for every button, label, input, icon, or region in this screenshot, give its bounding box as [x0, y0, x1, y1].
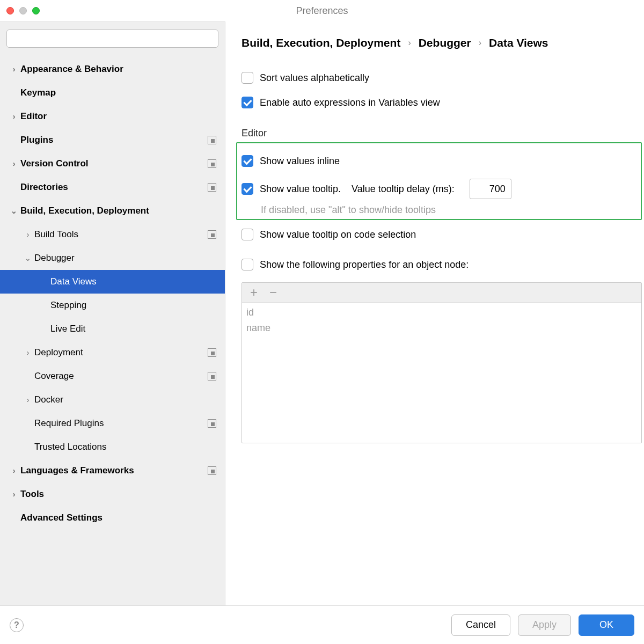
tree-label: Coverage — [34, 371, 208, 382]
property-item[interactable]: id — [246, 305, 637, 320]
chevron-right-icon: › — [8, 159, 20, 168]
tree-node[interactable]: ›Editor — [0, 105, 225, 128]
tree-node[interactable]: ›Docker — [0, 388, 225, 412]
tree-label: Tools — [20, 489, 216, 500]
tree-label: Editor — [20, 111, 216, 122]
tree-node[interactable]: Directories — [0, 175, 225, 199]
properties-toolbar: + − — [242, 283, 641, 303]
tree-label: Trusted Locations — [34, 442, 216, 452]
tree-node[interactable]: Coverage — [0, 364, 225, 388]
tree-label: Docker — [34, 394, 216, 405]
footer: ? Cancel Apply OK — [0, 605, 644, 644]
tree-label: Stepping — [50, 300, 216, 311]
chevron-down-icon: ⌄ — [21, 254, 34, 262]
checkbox[interactable] — [241, 183, 253, 195]
breadcrumb: Build, Execution, Deployment › Debugger … — [241, 36, 644, 49]
search-input[interactable] — [6, 30, 218, 48]
chevron-right-icon: › — [21, 396, 34, 404]
remove-icon[interactable]: − — [268, 286, 279, 299]
tooltip-hint: If disabled, use "alt" to show/hide tool… — [241, 204, 636, 216]
show-tooltip-row: Show value tooltip. Value tooltip delay … — [241, 179, 636, 199]
tree-label: Advanced Settings — [20, 513, 216, 523]
tree-label: Version Control — [20, 158, 208, 169]
tree-label: Build, Execution, Deployment — [20, 206, 216, 216]
chevron-right-icon: › — [8, 466, 20, 475]
zoom-icon[interactable] — [32, 7, 40, 14]
tooltip-selection-row[interactable]: Show value tooltip on code selection — [241, 225, 644, 244]
breadcrumb-item: Data Views — [489, 36, 548, 49]
breadcrumb-item[interactable]: Build, Execution, Deployment — [241, 36, 400, 49]
object-props-row[interactable]: Show the following properties for an obj… — [241, 255, 644, 274]
properties-list: + − idname — [241, 282, 642, 443]
breadcrumb-item[interactable]: Debugger — [419, 36, 471, 49]
tree-node[interactable]: ⌄Debugger — [0, 246, 225, 270]
chevron-right-icon: › — [8, 112, 20, 121]
add-icon[interactable]: + — [248, 286, 259, 299]
checkbox[interactable] — [241, 97, 253, 108]
show-inline-row[interactable]: Show values inline — [241, 152, 636, 170]
tree-label: Live Edit — [50, 324, 216, 334]
main-panel: Build, Execution, Deployment › Debugger … — [225, 21, 644, 605]
minimize-icon[interactable] — [19, 7, 27, 14]
project-badge-icon — [208, 159, 216, 168]
chevron-right-icon: › — [21, 230, 34, 239]
tree-node[interactable]: ›Deployment — [0, 341, 225, 364]
tree-label: Required Plugins — [34, 418, 208, 429]
properties-body[interactable]: idname — [242, 303, 641, 338]
tree-label: Build Tools — [34, 229, 208, 240]
tree-node[interactable]: ›Appearance & Behavior — [0, 57, 225, 81]
sort-alpha-row[interactable]: Sort values alphabetically — [241, 69, 644, 87]
tree-node[interactable]: ›Tools — [0, 482, 225, 506]
checkbox-label: Show values inline — [260, 156, 340, 167]
tree-label: Deployment — [34, 347, 208, 358]
apply-button[interactable]: Apply — [518, 614, 571, 636]
tree-label: Keymap — [20, 87, 216, 98]
project-badge-icon — [208, 230, 216, 239]
tree-node[interactable]: Trusted Locations — [0, 435, 225, 459]
chevron-right-icon: › — [21, 348, 34, 357]
project-badge-icon — [208, 136, 216, 144]
project-badge-icon — [208, 466, 216, 475]
help-icon[interactable]: ? — [10, 618, 24, 632]
tree-label: Debugger — [34, 253, 216, 264]
cancel-button[interactable]: Cancel — [451, 614, 510, 636]
tree-node[interactable]: Required Plugins — [0, 412, 225, 435]
chevron-right-icon: › — [408, 38, 411, 48]
tree-label: Directories — [20, 182, 208, 193]
window-title: Preferences — [296, 5, 348, 17]
project-badge-icon — [208, 419, 216, 428]
tree-label: Languages & Frameworks — [20, 465, 208, 476]
tree-node[interactable]: ›Version Control — [0, 152, 225, 175]
tree-node[interactable]: Advanced Settings — [0, 506, 225, 530]
chevron-right-icon: › — [8, 65, 20, 74]
tree-label: Appearance & Behavior — [20, 64, 216, 75]
tree-node[interactable]: ›Build Tools — [0, 223, 225, 246]
checkbox[interactable] — [241, 72, 253, 84]
chevron-right-icon: › — [8, 490, 20, 499]
tree-node[interactable]: Plugins — [0, 128, 225, 152]
tree-node[interactable]: Stepping — [0, 294, 225, 317]
window-controls — [6, 7, 40, 14]
tooltip-delay-label: Value tooltip delay (ms): — [352, 184, 455, 195]
close-icon[interactable] — [6, 7, 14, 14]
tree-node[interactable]: ›Languages & Frameworks — [0, 459, 225, 482]
checkbox[interactable] — [241, 259, 253, 270]
checkbox-label: Show the following properties for an obj… — [260, 259, 469, 270]
highlighted-group: Show values inline Show value tooltip. V… — [236, 142, 642, 220]
project-badge-icon — [208, 372, 216, 380]
tooltip-delay-input[interactable] — [470, 179, 511, 199]
tree-node[interactable]: Data Views — [0, 270, 225, 294]
checkbox[interactable] — [241, 155, 253, 167]
checkbox-label: Sort values alphabetically — [260, 72, 369, 84]
property-item[interactable]: name — [246, 320, 637, 336]
section-editor-label: Editor — [241, 128, 644, 139]
ok-button[interactable]: OK — [579, 614, 634, 636]
auto-expr-row[interactable]: Enable auto expressions in Variables vie… — [241, 93, 644, 112]
tree-node[interactable]: Live Edit — [0, 317, 225, 341]
checkbox[interactable] — [241, 229, 253, 240]
tree-node[interactable]: Keymap — [0, 81, 225, 105]
tree-label: Plugins — [20, 135, 208, 145]
checkbox-label[interactable]: Show value tooltip. — [260, 184, 341, 195]
tree-node[interactable]: ⌄Build, Execution, Deployment — [0, 199, 225, 223]
chevron-down-icon: ⌄ — [8, 207, 20, 215]
